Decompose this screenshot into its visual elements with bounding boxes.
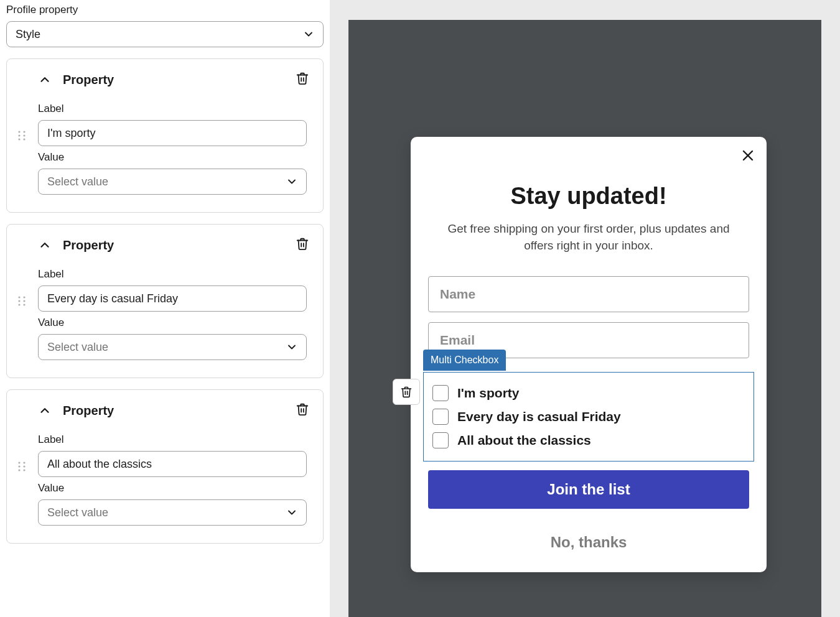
- checkbox-label: Every day is casual Friday: [457, 409, 621, 424]
- profile-property-select[interactable]: [6, 21, 324, 47]
- delete-property-button[interactable]: [293, 400, 312, 421]
- svg-point-1: [23, 131, 25, 132]
- editor-left-panel: Profile property Property Label Value: [0, 0, 330, 617]
- checkbox-option[interactable]: Every day is casual Friday: [432, 405, 744, 429]
- dismiss-link[interactable]: No, thanks: [428, 534, 749, 551]
- property-header: Property: [38, 230, 312, 263]
- preview-panel: Stay updated! Get free shipping on your …: [330, 0, 840, 617]
- svg-point-12: [18, 462, 20, 463]
- label-input[interactable]: [38, 120, 307, 146]
- multi-checkbox-component: Multi Checkbox I'm sporty Every day is c…: [428, 372, 749, 462]
- value-select[interactable]: [38, 499, 307, 526]
- chevron-up-icon[interactable]: [38, 404, 52, 417]
- svg-point-5: [23, 138, 25, 140]
- delete-property-button[interactable]: [293, 234, 312, 256]
- join-button[interactable]: Join the list: [428, 470, 749, 509]
- preview-stage: Stay updated! Get free shipping on your …: [348, 20, 821, 617]
- name-input[interactable]: [428, 276, 749, 312]
- svg-point-14: [18, 465, 20, 467]
- chevron-up-icon[interactable]: [38, 238, 52, 252]
- label-field-label: Label: [38, 103, 312, 115]
- chevron-up-icon[interactable]: [38, 73, 52, 86]
- svg-point-13: [23, 462, 25, 463]
- checkbox-label: All about the classics: [457, 433, 591, 448]
- value-field-label: Value: [38, 482, 312, 494]
- drag-handle-icon[interactable]: [18, 460, 26, 473]
- property-card: Property Label Value: [6, 224, 324, 378]
- checkbox-icon[interactable]: [432, 432, 449, 448]
- checkbox-option[interactable]: All about the classics: [432, 429, 744, 452]
- profile-property-label: Profile property: [6, 4, 324, 16]
- checkbox-icon[interactable]: [432, 409, 449, 425]
- property-heading: Property: [63, 238, 114, 253]
- delete-component-button[interactable]: [393, 379, 420, 405]
- property-heading: Property: [63, 73, 114, 87]
- label-input[interactable]: [38, 285, 307, 312]
- svg-point-6: [18, 296, 20, 298]
- value-select[interactable]: [38, 169, 307, 195]
- drag-handle-icon[interactable]: [18, 129, 26, 142]
- label-field-label: Label: [38, 434, 312, 446]
- profile-property-select-wrap: [6, 21, 324, 47]
- value-field-label: Value: [38, 151, 312, 164]
- svg-point-15: [23, 465, 25, 467]
- popup-subtitle: Get free shipping on your first order, p…: [433, 221, 744, 254]
- svg-point-10: [18, 304, 20, 305]
- svg-point-16: [18, 469, 20, 471]
- signup-popup: Stay updated! Get free shipping on your …: [411, 137, 767, 572]
- label-input[interactable]: [38, 451, 307, 477]
- checkbox-option[interactable]: I'm sporty: [432, 381, 744, 405]
- property-card: Property Label Value: [6, 389, 324, 544]
- svg-point-9: [23, 300, 25, 302]
- svg-point-4: [18, 138, 20, 140]
- svg-point-11: [23, 304, 25, 305]
- value-select[interactable]: [38, 334, 307, 360]
- property-header: Property: [38, 395, 312, 429]
- component-tag: Multi Checkbox: [423, 350, 506, 371]
- svg-point-2: [18, 134, 20, 136]
- checkbox-icon[interactable]: [432, 385, 449, 401]
- svg-point-17: [23, 469, 25, 471]
- property-card: Property Label Value: [6, 58, 324, 213]
- property-heading: Property: [63, 404, 114, 418]
- popup-title: Stay updated!: [428, 183, 749, 210]
- label-field-label: Label: [38, 268, 312, 281]
- svg-point-3: [23, 134, 25, 136]
- checkbox-label: I'm sporty: [457, 386, 520, 401]
- drag-handle-icon[interactable]: [18, 295, 26, 307]
- delete-property-button[interactable]: [293, 69, 312, 90]
- multi-checkbox-box[interactable]: I'm sporty Every day is casual Friday Al…: [423, 372, 754, 462]
- svg-point-0: [18, 131, 20, 132]
- svg-point-8: [18, 300, 20, 302]
- value-field-label: Value: [38, 317, 312, 329]
- property-header: Property: [38, 64, 312, 98]
- svg-point-7: [23, 296, 25, 298]
- close-icon[interactable]: [740, 148, 755, 163]
